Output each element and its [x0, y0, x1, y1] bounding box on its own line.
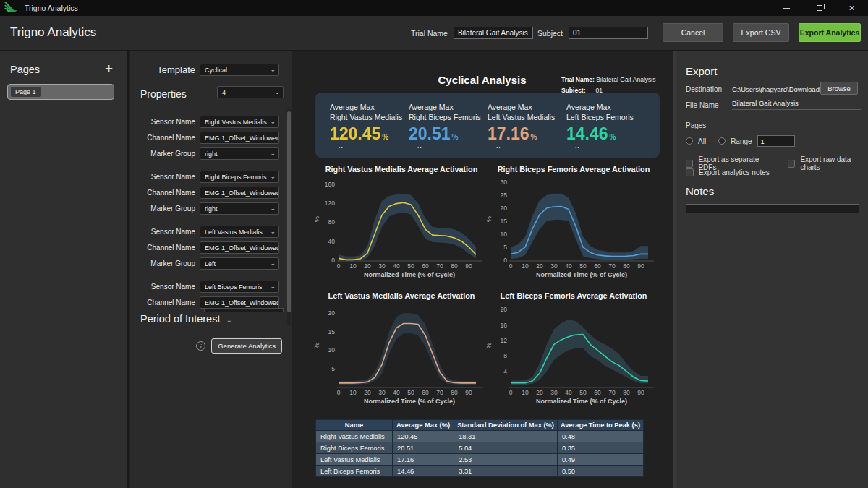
analytics-notes-checkbox[interactable] — [686, 168, 694, 176]
chart-svg — [337, 303, 482, 388]
chart-plot — [337, 303, 482, 388]
y-axis-label: % — [485, 343, 493, 348]
app-header: Trigno Analytics Trial Name Bilateral Ga… — [0, 16, 868, 51]
trial-name-input[interactable]: Bilateral Gait Analysis — [454, 27, 533, 39]
sensor-name-select[interactable]: Left Biceps Femoris⌄ — [200, 281, 279, 293]
notes-input[interactable] — [686, 204, 859, 213]
clipped-marker-group-select[interactable] — [204, 308, 284, 312]
page-list-item[interactable]: Page 1 — [7, 84, 114, 100]
property-count-select[interactable]: 4⌄ — [217, 86, 284, 98]
y-axis-ticks: 051015202530 — [496, 176, 509, 262]
x-tick-label: 60 — [419, 389, 432, 396]
chart-plot — [337, 176, 482, 262]
y-tick-label: 15 — [501, 218, 507, 225]
chart-svg — [509, 303, 654, 388]
chevron-down-icon: ⌄ — [270, 244, 276, 251]
x-tick-label: 70 — [605, 389, 618, 396]
summary-table: Name Average Max (%) Standard Deviation … — [315, 419, 644, 477]
cancel-button[interactable]: Cancel — [663, 23, 723, 42]
restore-button[interactable] — [803, 0, 835, 16]
x-tick-label: 90 — [462, 262, 475, 270]
x-tick-label: 10 — [519, 389, 532, 396]
x-tick-label: 0 — [332, 262, 345, 270]
generate-analytics-button[interactable]: Generate Analytics — [211, 338, 282, 354]
separate-pdfs-checkbox[interactable] — [686, 160, 693, 168]
export-analytics-button[interactable]: Export Analytics — [799, 23, 861, 42]
subject-input[interactable]: 01 — [569, 27, 648, 39]
range-input[interactable]: 1 — [757, 135, 795, 147]
properties-scrollbar[interactable] — [287, 108, 291, 325]
file-name-input[interactable]: Bilateral Gait Analysis — [732, 99, 861, 110]
raw-data-checkbox[interactable] — [788, 160, 795, 168]
y-tick-label: 25 — [501, 192, 507, 199]
marker-group-select[interactable]: Left⌄ — [200, 257, 279, 270]
window-titlebar: Trigno Analytics ✕ — [0, 0, 868, 16]
table-header-row: Name Average Max (%) Standard Deviation … — [316, 420, 644, 431]
range-label: Range — [731, 137, 752, 145]
marker-group-select[interactable]: right⌄ — [200, 202, 279, 215]
marker-group-select[interactable]: right⌄ — [200, 147, 279, 160]
x-axis-label: Normalized Time (% of Cycle) — [337, 398, 482, 405]
close-icon: ✕ — [848, 4, 855, 13]
y-axis-ticks: 04080120160 — [324, 176, 337, 262]
chevron-down-icon: ⌄ — [270, 66, 276, 73]
y-tick-label: 16 — [501, 322, 507, 329]
x-tick-label: 40 — [390, 389, 403, 396]
channel-name-label: Channel Name — [130, 244, 200, 252]
card-unit: % — [382, 133, 388, 141]
x-tick-label: 60 — [591, 262, 604, 270]
info-icon[interactable]: i — [196, 341, 205, 351]
marker-group-label: Marker Group — [130, 205, 200, 213]
x-tick-label: 80 — [620, 262, 633, 270]
chevron-down-icon: ⌄ — [270, 228, 276, 235]
x-tick-label: 50 — [404, 262, 417, 270]
chart-title: Right Biceps Femoris Average Activation — [488, 165, 660, 176]
y-tick-label: 10 — [328, 346, 335, 354]
chart-svg — [509, 176, 654, 262]
table-header: Average Max (%) — [392, 420, 454, 431]
x-tick-label: 10 — [346, 262, 359, 270]
add-page-button[interactable]: + — [105, 61, 113, 77]
browse-button[interactable]: Browse — [820, 82, 858, 95]
chevron-down-icon: ⌄ — [270, 134, 276, 141]
channel-name-select[interactable]: EMG 1_Offset_Windowed_...⌄ — [200, 296, 279, 309]
x-tick-label: 20 — [533, 389, 546, 396]
chevron-down-icon: ⌄ — [270, 150, 276, 157]
card-unit: % — [610, 133, 616, 141]
export-csv-button[interactable]: Export CSV — [733, 23, 789, 42]
channel-name-select[interactable]: EMG 1_Offset_Windowed_...⌄ — [200, 241, 279, 254]
scrollbar-thumb[interactable] — [287, 111, 291, 312]
x-tick-label: 50 — [576, 389, 590, 396]
card-label: Average Max — [330, 102, 409, 112]
minimize-icon — [783, 8, 790, 9]
window-controls: ✕ — [770, 0, 868, 16]
chevron-down-icon: ⌄ — [270, 173, 276, 180]
card-value: 20.51 — [409, 124, 451, 143]
period-of-interest-heading[interactable]: Period of Interest⌄ — [140, 313, 232, 325]
template-select[interactable]: Cyclical⌄ — [200, 64, 279, 76]
x-tick-label: 40 — [390, 262, 403, 270]
destination-value: C:\Users\jhagyard\Downloads — [732, 85, 823, 93]
x-tick-label: 90 — [634, 389, 647, 396]
sensor-name-select[interactable]: Right Vastus Medialis⌄ — [200, 116, 279, 128]
chevron-down-icon: ⌄ — [270, 118, 276, 125]
card-value: 120.45 — [330, 124, 380, 143]
y-axis-label: % — [313, 343, 320, 348]
y-axis-ticks: 48121620 — [496, 303, 509, 388]
x-tick-label: 50 — [404, 389, 417, 396]
channel-name-select[interactable]: EMG 1_Offset_Windowed_...⌄ — [200, 132, 279, 144]
all-radio[interactable] — [686, 137, 693, 145]
chevron-down-icon: ⌄ — [270, 299, 276, 306]
marker-group-label: Marker Group — [130, 260, 200, 267]
x-tick-label: 50 — [576, 262, 590, 270]
sensor-name-select[interactable]: Right Biceps Femoris⌄ — [200, 171, 279, 183]
minimize-button[interactable] — [770, 0, 803, 16]
y-axis-label: % — [485, 216, 493, 222]
chart-title: Right Vastus Medialis Average Activation — [315, 165, 488, 176]
x-tick-label: 60 — [419, 262, 432, 270]
channel-name-select[interactable]: EMG 1_Offset_Windowed_...⌄ — [200, 187, 279, 199]
sensor-name-select[interactable]: Left Vastus Medialis⌄ — [200, 226, 279, 238]
sensor-name-label: Sensor Name — [130, 173, 200, 181]
close-button[interactable]: ✕ — [835, 0, 868, 16]
range-radio[interactable] — [718, 137, 726, 145]
